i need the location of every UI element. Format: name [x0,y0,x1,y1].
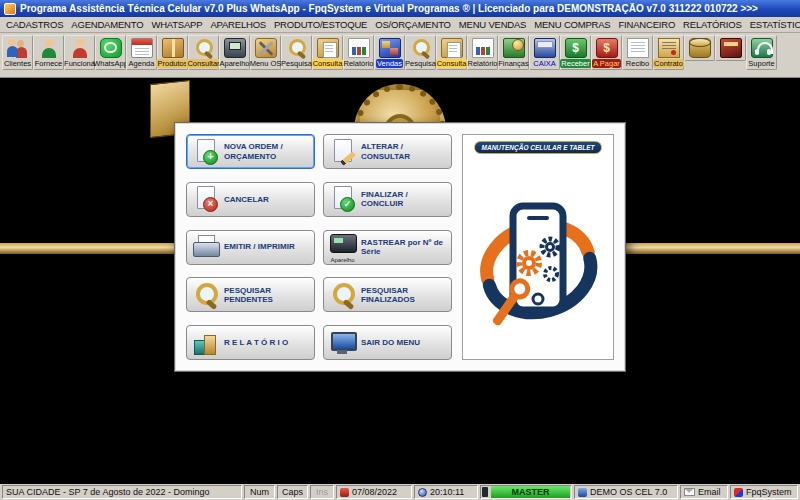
toolbar-label: Produtos [156,59,188,68]
status-date-text: 07/08/2022 [352,487,397,497]
supplier-icon [38,38,60,58]
product-icon [578,488,587,497]
consultar-button[interactable]: Consultar [188,35,219,70]
menu-item-os-orcamento[interactable]: OS/ORÇAMENTO [371,18,455,31]
toolbar-label: Consulta [436,59,468,68]
a-pagar-button[interactable]: A Pagar [591,35,622,70]
menu-item-relatorios[interactable]: RELATÓRIOS [679,18,746,31]
toolbar-label: A Pagar [592,59,621,68]
coins-icon-button[interactable] [684,35,715,61]
menu-item-produto-estoque[interactable]: PRODUTO/ESTOQUE [270,18,371,31]
produtos-button[interactable]: Produtos [157,35,188,70]
toolbar-label: Aparelho [218,59,250,68]
receber-button[interactable]: Receber [560,35,591,70]
receive-icon [565,38,587,58]
menu-item-estatistica[interactable]: ESTATÍSTICA [746,18,800,31]
pesquisa-button[interactable]: Pesquisa [281,35,312,70]
menubar: CADASTROSAGENDAMENTOWHATSAPPAPARELHOSPRO… [0,17,800,33]
vendas-button[interactable]: Vendas [374,35,405,70]
menu-item-financeiro[interactable]: FINANCEIRO [615,18,680,31]
menu-item-menu-compras[interactable]: MENU COMPRAS [530,18,614,31]
coins-icon [689,38,711,58]
device-icon [224,38,246,58]
fornece-button[interactable]: Fornece [33,35,64,70]
finalizar-concluir-button[interactable]: FINALIZAR / CONCLUIR [323,182,452,217]
pesquisar-finalizados-button[interactable]: PESQUISAR FINALIZADOS [323,277,452,312]
consulta-button[interactable]: Consulta [436,35,467,70]
menu-item-agendamento[interactable]: AGENDAMENTO [67,18,147,31]
nova-ordem-orcamento-button[interactable]: NOVA ORDEM / ORÇAMENTO [186,134,315,169]
toolbar-label: Fornece [34,59,64,68]
menu-item-menu-vendas[interactable]: MENU VENDAS [455,18,530,31]
contrato-button[interactable]: Contrato [653,35,684,70]
rastrear-por-n-de-serie-button[interactable]: AparelhoRASTREAR por Nº de Série [323,230,452,265]
emitir-imprimir-button[interactable]: EMITIR / IMPRIMIR [186,230,315,265]
products-icon [162,38,184,58]
menu-os-button[interactable]: Menu OS [250,35,281,70]
cancel-icon [192,186,219,212]
register-icon-button[interactable] [715,35,746,61]
search-pending-icon [192,282,219,308]
financas-button[interactable]: Finanças [498,35,529,70]
logo-panel: MANUTENÇÃO CELULAR E TABLET [462,134,614,360]
menu-item-label: MENU COMPRAS [534,19,610,30]
menu-item-label: OS/ORÇAMENTO [375,19,451,30]
recibo-button[interactable]: Recibo [622,35,653,70]
menu-item-whatsapp[interactable]: WHATSAPP [147,18,206,31]
app-icon [4,3,16,15]
contract-icon [658,38,680,58]
toolbar: ClientesForneceFuncionaWhatsAppAgendaPro… [0,33,800,78]
menu-item-label: PRODUTO/ESTOQUE [274,19,367,30]
sales-icon [379,38,401,58]
aparelho-button[interactable]: Aparelho [219,35,250,70]
support-icon [751,38,773,58]
pesquisa-button[interactable]: Pesquisa [405,35,436,70]
dialog-button-label: PESQUISAR FINALIZADOS [361,286,448,304]
receipt-icon [627,38,649,58]
fpqsystem-logo-icon [734,488,743,497]
status-date: 07/08/2022 [336,485,412,499]
print-icon [192,234,219,260]
consult-icon [441,38,463,58]
status-time-text: 20:10:11 [430,487,464,497]
agenda-button[interactable]: Agenda [126,35,157,70]
new-order-icon [192,139,219,165]
whatsapp-button[interactable]: WhatsApp [95,35,126,70]
dialog-button-label: EMITIR / IMPRIMIR [224,242,295,251]
relatorio-button[interactable]: Relatório [467,35,498,70]
dialog-button-label: SAIR DO MENU [361,338,420,347]
status-user: MASTER [480,485,572,499]
status-caps-lock: Caps [277,485,308,499]
funciona-button[interactable]: Funciona [64,35,95,70]
menu-item-aparelhos[interactable]: APARELHOS [206,18,270,31]
pesquisar-pendentes-button[interactable]: PESQUISAR PENDENTES [186,277,315,312]
os-menu-dialog: NOVA ORDEM / ORÇAMENTOALTERAR / CONSULTA… [174,122,626,372]
menu-item-label: MENU VENDAS [459,19,526,30]
dialog-buttons: NOVA ORDEM / ORÇAMENTOALTERAR / CONSULTA… [186,134,452,360]
status-product: DEMO OS CEL 7.0 [574,485,678,499]
suporte-button[interactable]: Suporte [746,35,777,70]
caixa-button[interactable]: CAIXA [529,35,560,70]
sair-do-menu-button[interactable]: SAIR DO MENU [323,325,452,360]
whatsapp-icon [100,38,122,58]
exit-icon [329,330,356,356]
cancelar-button[interactable]: CANCELAR [186,182,315,217]
status-email[interactable]: Email [680,485,728,499]
alterar-consultar-button[interactable]: ALTERAR / CONSULTAR [323,134,452,169]
employee-icon [69,38,91,58]
envelope-icon [684,488,695,496]
toolbar-label: Receber [560,59,590,68]
tools-icon [255,38,277,58]
r-e-l-a-t-o-r-i-o-button[interactable]: R E L A T Ó R I O [186,325,315,360]
toolbar-label: Funciona [63,59,96,68]
desktop-area: NOVA ORDEM / ORÇAMENTOALTERAR / CONSULTA… [0,78,800,484]
search-icon [410,38,432,58]
toolbar-label: Vendas [376,59,403,68]
status-num-lock: Num [244,485,275,499]
menu-item-cadastros[interactable]: CADASTROS [2,18,67,31]
toolbar-label: CAIXA [532,59,557,68]
consulta-button[interactable]: Consulta [312,35,343,70]
clientes-button[interactable]: Clientes [2,35,33,70]
relatorio-button[interactable]: Relatório [343,35,374,70]
finance-icon [503,38,525,58]
